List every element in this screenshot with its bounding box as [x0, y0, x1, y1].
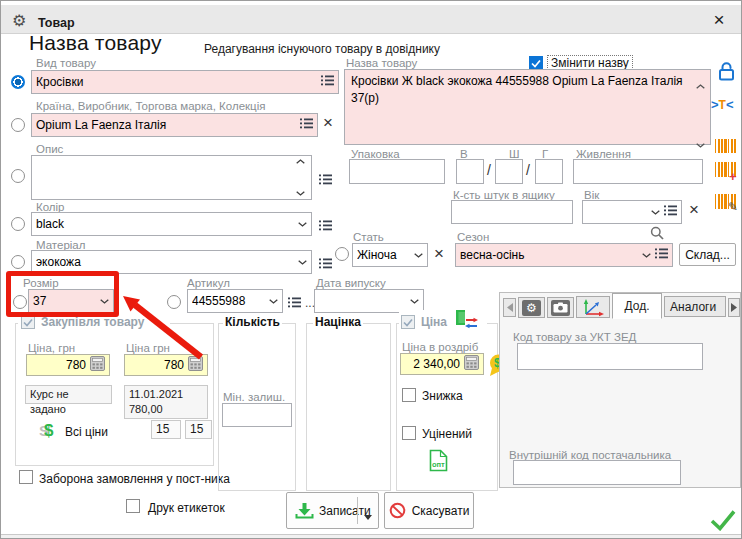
- all-prices-icon[interactable]: S $: [39, 421, 59, 441]
- supplier-code-input[interactable]: [513, 460, 681, 485]
- chevron-down-icon: [298, 222, 307, 227]
- list-icon[interactable]: [319, 255, 332, 273]
- tab-analogs[interactable]: Аналоги: [664, 296, 726, 317]
- cancel-label: Скасувати: [412, 504, 470, 518]
- ban-order-label[interactable]: Заборона замовлення у пост-ника: [39, 472, 230, 486]
- tab-settings[interactable]: ⚙: [518, 297, 545, 318]
- brand-combo[interactable]: Opium La Faenza Італія: [31, 113, 318, 137]
- calculator-icon[interactable]: [464, 355, 479, 373]
- lock-open-icon[interactable]: [717, 61, 736, 86]
- desc-textarea[interactable]: [31, 155, 312, 200]
- name-textarea[interactable]: Кросівки Ж black экокожа 44555988 Opium …: [344, 69, 711, 145]
- print-labels-checkbox[interactable]: [126, 499, 140, 513]
- price1-input[interactable]: 780: [26, 354, 110, 376]
- v-input[interactable]: [456, 159, 484, 184]
- tab-scroll-right[interactable]: [728, 298, 740, 317]
- type-combo[interactable]: Кросівки: [31, 70, 339, 94]
- clear-icon[interactable]: ×: [434, 244, 444, 264]
- tab-photo[interactable]: [547, 297, 574, 318]
- purchase-checkbox[interactable]: [21, 315, 35, 329]
- g-input[interactable]: [535, 159, 563, 184]
- gender-radio[interactable]: [335, 247, 349, 261]
- material-radio[interactable]: [11, 255, 25, 269]
- search-icon[interactable]: [650, 226, 664, 244]
- desc-radio[interactable]: [11, 169, 25, 183]
- stock-button[interactable]: Склад...: [679, 243, 736, 266]
- calculator-icon[interactable]: [188, 356, 203, 374]
- clear-icon[interactable]: ×: [689, 200, 699, 220]
- gear-icon: ⚙: [526, 302, 537, 314]
- barcode-icon[interactable]: [715, 139, 737, 153]
- markdown-label[interactable]: Уцінений: [422, 427, 472, 441]
- color-radio[interactable]: [11, 217, 25, 231]
- arrow-right-icon: [731, 303, 737, 312]
- clear-icon[interactable]: ×: [323, 113, 333, 133]
- retail-value: 2 340,00: [405, 357, 460, 371]
- markdown-checkbox[interactable]: [402, 426, 416, 440]
- price1-label: Ціна, грн: [28, 342, 75, 354]
- list-icon[interactable]: [300, 118, 313, 132]
- titlebar[interactable]: ⚙ Товар ×: [1, 5, 742, 34]
- ban-order-checkbox[interactable]: [19, 470, 33, 484]
- list-icon[interactable]: [664, 205, 677, 219]
- list-icon[interactable]: [288, 294, 301, 312]
- pct1-input[interactable]: 15: [151, 420, 181, 439]
- save-dropdown-icon[interactable]: [364, 509, 372, 523]
- tab-dimensions[interactable]: [576, 296, 610, 318]
- size-combo[interactable]: 37: [28, 289, 114, 313]
- age-combo[interactable]: [582, 200, 682, 224]
- list-icon[interactable]: [321, 75, 334, 89]
- calculator-icon[interactable]: [90, 356, 105, 374]
- gender-combo[interactable]: Жіноча: [352, 243, 428, 267]
- list-icon[interactable]: [319, 171, 332, 189]
- save-label: Записати: [319, 504, 371, 518]
- qty-box-input[interactable]: [451, 200, 573, 224]
- price2-input[interactable]: 780: [124, 354, 208, 376]
- ukt-input[interactable]: [517, 343, 703, 370]
- color-combo[interactable]: black: [31, 212, 312, 236]
- sku-radio[interactable]: [167, 295, 181, 309]
- type-radio[interactable]: [11, 75, 25, 89]
- desc-value: [36, 156, 289, 199]
- cancel-button[interactable]: Скасувати: [384, 492, 474, 529]
- save-button[interactable]: Записати: [286, 492, 379, 529]
- change-name-checkbox[interactable]: [529, 56, 543, 70]
- gear-icon: ⚙: [12, 11, 26, 30]
- power-input[interactable]: [573, 159, 703, 184]
- list-icon[interactable]: [655, 248, 668, 262]
- discount-label[interactable]: Знижка: [422, 389, 463, 403]
- tab-additional[interactable]: Дод.: [612, 293, 662, 319]
- purchase-date: 11.01.2021: [129, 388, 183, 400]
- retail-input[interactable]: 2 340,00: [400, 353, 484, 375]
- pct2-input[interactable]: 15: [185, 420, 212, 439]
- text-sync-icon[interactable]: >T<: [711, 98, 734, 112]
- pencil-icon: ✎: [728, 202, 738, 212]
- discount-checkbox[interactable]: [402, 388, 416, 402]
- scroll-down-icon[interactable]: [696, 134, 705, 152]
- w-input[interactable]: [495, 159, 523, 184]
- season-combo[interactable]: весна-осінь: [455, 243, 673, 267]
- list-icon[interactable]: [319, 217, 332, 235]
- print-labels-label[interactable]: Друк етикеток: [148, 501, 225, 515]
- pack-input[interactable]: [349, 159, 445, 184]
- wholesale-icon[interactable]: опт: [429, 449, 448, 472]
- scroll-up-icon[interactable]: [696, 75, 705, 93]
- size-radio[interactable]: [13, 295, 27, 309]
- save-icon: [295, 502, 314, 519]
- close-icon[interactable]: ×: [707, 9, 731, 31]
- slash-sep: /: [526, 162, 530, 178]
- size-label: Розмір: [23, 277, 59, 289]
- ok-check-icon[interactable]: [709, 509, 737, 535]
- brand-radio[interactable]: [11, 118, 25, 132]
- check-icon: [403, 318, 413, 327]
- type-value: Кросівки: [36, 75, 317, 89]
- sku-combo[interactable]: 44555988: [187, 289, 283, 313]
- price-checkbox[interactable]: [401, 315, 415, 329]
- min-stock-input[interactable]: [222, 403, 292, 427]
- release-label: Дата випуску: [316, 277, 386, 289]
- tab-scroll-left[interactable]: [503, 298, 516, 317]
- material-combo[interactable]: экокожа: [31, 250, 312, 274]
- price-transfer-icon[interactable]: [453, 309, 479, 335]
- purchase-date-box: 11.01.2021 780,00: [124, 385, 208, 419]
- sku-label: Артикул: [187, 277, 230, 289]
